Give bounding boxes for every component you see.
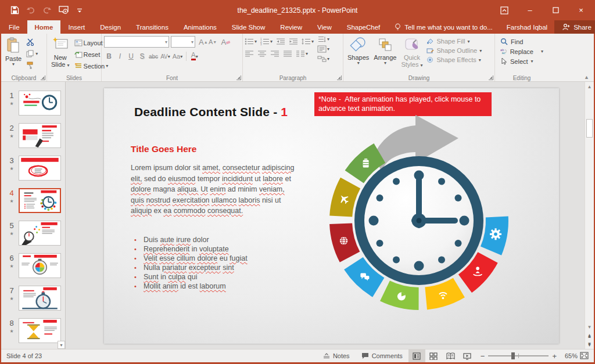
numbering-button[interactable]: 123▾ <box>260 38 273 45</box>
slide-thumbnail-1[interactable]: 1★ <box>5 91 65 116</box>
slideshow-view-button[interactable] <box>459 349 476 362</box>
slide-thumbnail-preview[interactable] <box>19 156 61 181</box>
clipboard-dialog-launcher[interactable] <box>41 75 45 80</box>
copy-button[interactable]: ▾ <box>25 49 39 59</box>
zoom-in-icon[interactable]: + <box>552 352 557 361</box>
quick-styles-button[interactable]: QuickStyles ▾ <box>399 35 425 74</box>
underline-button[interactable]: U <box>127 52 135 61</box>
start-slideshow-icon[interactable] <box>58 5 69 16</box>
tab-insert[interactable]: Insert <box>60 20 92 34</box>
slide-thumbnail-preview[interactable] <box>19 188 61 213</box>
petal-pie-chart[interactable] <box>380 281 419 311</box>
bullet-item[interactable]: Reprehenderit in voluptate <box>133 244 299 254</box>
italic-button[interactable]: I <box>116 52 124 61</box>
font-size-combobox[interactable]: ▾ <box>171 36 195 48</box>
drawing-dialog-launcher[interactable] <box>489 75 493 80</box>
bullets-button[interactable]: ▾ <box>245 38 257 45</box>
align-left-button[interactable] <box>245 50 254 57</box>
replace-button[interactable]: abac Replace▾ <box>500 48 543 55</box>
bold-button[interactable]: B <box>105 52 113 61</box>
zoom-out-icon[interactable]: − <box>481 352 485 361</box>
clock-graphic[interactable] <box>303 104 535 337</box>
change-case-button[interactable]: Aa▾ <box>173 52 182 61</box>
bullet-item[interactable]: Duis aute irure dolor <box>133 235 299 244</box>
close-button[interactable]: × <box>568 0 594 20</box>
slide-4-editing-surface[interactable]: Deadline Content Slide - 1 *Note - After… <box>104 88 559 344</box>
scroll-up-icon[interactable]: ▲ <box>585 82 594 91</box>
paragraph-dialog-launcher[interactable] <box>337 75 342 80</box>
slide-thumbnail-7[interactable]: 7★ <box>5 286 65 311</box>
next-slide-button[interactable]: ▼▼ <box>585 340 594 349</box>
shapes-button[interactable]: Shapes▾ <box>345 35 371 74</box>
tab-review[interactable]: Review <box>273 20 310 34</box>
select-button[interactable]: Select▾ <box>500 57 543 65</box>
text-shadow-button[interactable]: S <box>138 52 146 61</box>
slide-thumbnail-3[interactable]: 3★ <box>5 156 65 181</box>
new-slide-button[interactable]: NewSlide ▾ <box>49 35 72 74</box>
slide-thumbnail-preview[interactable] <box>19 286 61 311</box>
bullet-item[interactable]: Mollit anim id est laborum <box>133 282 299 291</box>
slide-thumbnail-6[interactable]: 6★ <box>5 253 65 278</box>
shape-effects-button[interactable]: Shape Effects▾ <box>426 56 482 63</box>
decrease-indent-button[interactable] <box>276 38 285 45</box>
slide-thumbnail-4[interactable]: 4★ <box>5 188 65 213</box>
tab-file[interactable]: File <box>1 20 27 34</box>
tab-view[interactable]: View <box>310 20 339 34</box>
clear-formatting-button[interactable]: A <box>221 37 231 46</box>
slide-thumbnail-preview[interactable] <box>19 221 61 246</box>
character-spacing-button[interactable]: AV▾ <box>160 52 170 61</box>
justify-button[interactable] <box>283 50 292 57</box>
share-button[interactable]: Share <box>554 20 595 34</box>
body-paragraph[interactable]: Lorem ipsum dolor sit amet, consectetur … <box>131 163 297 217</box>
grow-font-button[interactable]: A▲ <box>199 37 208 46</box>
maximize-button[interactable] <box>543 0 568 20</box>
bullet-item[interactable]: Sunt in culpa qui <box>133 272 299 282</box>
columns-button[interactable]: ▾ <box>296 50 308 57</box>
minimize-button[interactable]: – <box>517 0 543 20</box>
user-account[interactable]: Farshad Iqbal <box>500 20 554 34</box>
comments-button[interactable]: Comments <box>356 349 408 362</box>
content-heading[interactable]: Title Goes Here <box>131 144 196 154</box>
strikethrough-button[interactable]: abc <box>149 52 158 61</box>
cut-button[interactable] <box>25 37 39 47</box>
zoom-level[interactable]: 65% <box>561 352 578 359</box>
petal-gear[interactable] <box>481 217 508 255</box>
slide-thumbnail-8[interactable]: 8★ <box>5 318 65 343</box>
tell-me-box[interactable]: Tell me what you want to do... <box>388 20 500 34</box>
slide-thumbnail-5[interactable]: 5★ <box>5 221 65 246</box>
scrollbar-track[interactable] <box>585 91 594 322</box>
shape-fill-button[interactable]: Shape Fill▾ <box>426 38 482 45</box>
fit-slide-to-window-icon[interactable] <box>578 352 594 361</box>
arrange-button[interactable]: Arrange▾ <box>371 35 399 74</box>
align-center-button[interactable] <box>257 50 267 57</box>
slide-thumbnail-preview[interactable] <box>19 318 61 343</box>
save-icon[interactable] <box>9 5 20 16</box>
tab-transitions[interactable]: Transitions <box>128 20 176 34</box>
notes-button[interactable]: Notes <box>317 349 356 362</box>
paste-button[interactable]: Paste ▾ <box>3 35 24 74</box>
bullet-list[interactable]: Duis aute irure dolorReprehenderit in vo… <box>133 235 299 291</box>
tab-animations[interactable]: Animations <box>176 20 224 34</box>
previous-slide-button[interactable]: ▲▲ <box>585 331 594 340</box>
format-painter-button[interactable] <box>25 60 39 70</box>
slide-title[interactable]: Deadline Content Slide - 1 <box>134 105 288 119</box>
bullet-item[interactable]: Velit esse cillum dolore eu fugiat <box>133 254 299 263</box>
zoom-slider[interactable] <box>488 355 549 356</box>
tab-shapechef[interactable]: ShapeChef <box>339 20 388 34</box>
slide-sorter-view-button[interactable] <box>425 349 442 362</box>
reading-view-button[interactable] <box>442 349 459 362</box>
font-dialog-launcher[interactable] <box>236 75 241 80</box>
align-right-button[interactable] <box>270 50 279 57</box>
shape-outline-button[interactable]: Shape Outline▾ <box>426 47 482 54</box>
slide-thumbnail-preview[interactable] <box>19 253 61 278</box>
zoom-slider-thumb[interactable] <box>511 352 515 359</box>
scrollbar-thumb[interactable] <box>586 119 593 138</box>
find-button[interactable]: Find <box>500 38 543 45</box>
font-name-combobox[interactable]: ▾ <box>104 36 169 48</box>
slide-thumbnail-2[interactable]: 2★ <box>5 123 65 148</box>
slide-thumbnail-preview[interactable] <box>19 91 61 116</box>
ribbon-display-options-icon[interactable] <box>492 0 517 20</box>
shrink-font-button[interactable]: A▼ <box>209 37 217 46</box>
line-spacing-button[interactable]: ▾ <box>302 38 314 45</box>
normal-view-button[interactable] <box>408 349 425 362</box>
